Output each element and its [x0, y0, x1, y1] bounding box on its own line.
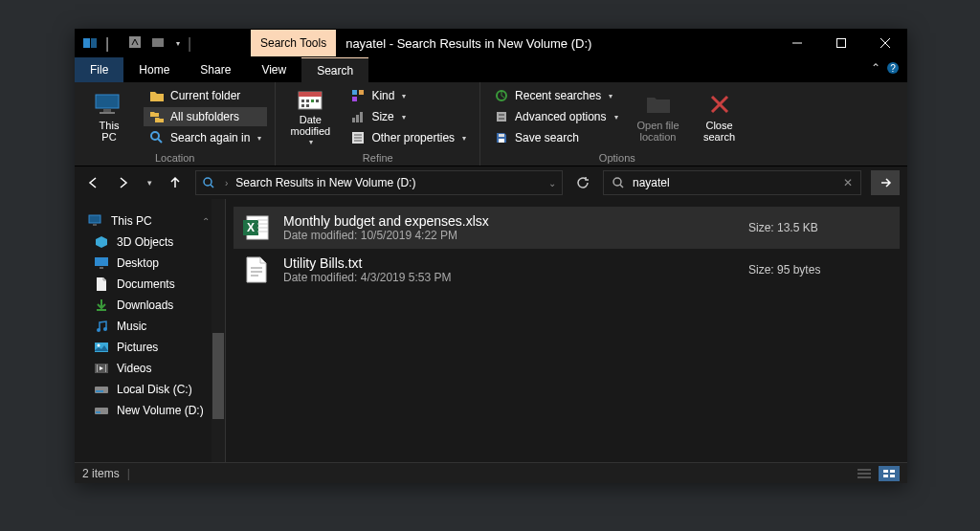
- tab-home[interactable]: Home: [123, 57, 185, 82]
- properties-icon[interactable]: [128, 35, 144, 51]
- document-icon: [94, 277, 109, 292]
- list-item[interactable]: X Monthly budget and expenses.xlsx Date …: [234, 207, 900, 249]
- close-icon: [704, 91, 735, 118]
- svg-text:X: X: [247, 221, 255, 234]
- list-item[interactable]: Utility Bills.txt Date modified: 4/3/201…: [234, 249, 900, 291]
- svg-point-41: [204, 178, 212, 186]
- all-subfolders-button[interactable]: All subfolders: [144, 107, 267, 126]
- text-file-icon: [241, 254, 272, 285]
- advanced-options-button[interactable]: Advanced options▾: [488, 107, 623, 126]
- svg-rect-74: [883, 470, 888, 473]
- this-pc-button[interactable]: This PC: [82, 86, 136, 147]
- sidebar-scrollbar[interactable]: [212, 199, 225, 462]
- sidebar-item-local-disk-c[interactable]: Local Disk (C:): [75, 379, 225, 400]
- up-button[interactable]: [165, 172, 186, 193]
- close-search-button[interactable]: Close search: [693, 86, 746, 147]
- svg-rect-48: [100, 267, 103, 269]
- svg-rect-22: [306, 104, 309, 107]
- folder-open-icon: [643, 91, 674, 118]
- other-properties-button[interactable]: Other properties▾: [345, 128, 472, 147]
- svg-rect-28: [360, 112, 363, 122]
- tab-share[interactable]: Share: [185, 57, 246, 82]
- forward-button[interactable]: [113, 172, 134, 193]
- date-modified-button[interactable]: Date modified▾: [283, 86, 337, 147]
- svg-rect-10: [96, 95, 119, 108]
- sidebar-item-music[interactable]: Music: [75, 316, 225, 337]
- chevron-up-icon[interactable]: ⌃: [202, 216, 210, 227]
- svg-line-42: [211, 185, 213, 188]
- chevron-down-icon[interactable]: ⌄: [548, 178, 556, 188]
- sidebar-item-desktop[interactable]: Desktop: [75, 253, 225, 274]
- computer-icon: [88, 213, 103, 229]
- details-view-button[interactable]: [854, 466, 875, 481]
- search-box[interactable]: ✕: [603, 170, 861, 195]
- clear-search-icon[interactable]: ✕: [843, 176, 853, 189]
- folder-icon: [149, 88, 165, 103]
- close-button[interactable]: [863, 29, 907, 57]
- sidebar-item-documents[interactable]: Documents: [75, 274, 225, 295]
- minimize-button[interactable]: [775, 29, 819, 57]
- tab-file[interactable]: File: [75, 57, 123, 82]
- computer-icon: [94, 91, 124, 118]
- back-button[interactable]: [82, 172, 103, 193]
- file-modified: Date modified: 4/3/2019 5:53 PM: [283, 271, 737, 284]
- recent-searches-button[interactable]: Recent searches▾: [488, 86, 623, 105]
- collapse-ribbon-icon[interactable]: ⌃: [871, 61, 880, 75]
- statusbar: 2 items|: [75, 462, 907, 483]
- video-icon: [94, 361, 109, 376]
- svg-point-13: [151, 132, 159, 140]
- tab-search[interactable]: Search: [301, 57, 368, 82]
- scrollbar-thumb[interactable]: [212, 333, 224, 419]
- sidebar-item-this-pc[interactable]: This PC ⌃: [75, 210, 225, 232]
- svg-rect-3: [152, 38, 164, 47]
- sidebar-item-downloads[interactable]: Downloads: [75, 295, 225, 316]
- download-icon: [94, 298, 109, 313]
- current-folder-button[interactable]: Current folder: [144, 86, 267, 105]
- sidebar-item-new-volume-d[interactable]: New Volume (D:): [75, 400, 225, 421]
- svg-rect-76: [883, 475, 888, 477]
- save-search-button[interactable]: Save search: [488, 128, 623, 147]
- sidebar-item-pictures[interactable]: Pictures: [75, 337, 225, 358]
- refresh-button[interactable]: [572, 172, 593, 193]
- maximize-button[interactable]: [819, 29, 863, 57]
- svg-rect-24: [359, 90, 364, 95]
- ribbon: This PC Current folder All subfolders Se…: [75, 82, 907, 166]
- svg-rect-38: [499, 134, 504, 137]
- kind-button[interactable]: Kind▾: [345, 86, 472, 105]
- svg-rect-19: [311, 100, 314, 102]
- menubar: File Home Share View Search ⌃ ?: [75, 57, 907, 82]
- titlebar: | ▾ | Search Tools nayatel - Search Resu…: [75, 29, 907, 57]
- search-input[interactable]: [633, 176, 835, 189]
- thumbnails-view-button[interactable]: [879, 466, 900, 481]
- svg-rect-56: [105, 365, 106, 372]
- sidebar-item-videos[interactable]: Videos: [75, 358, 225, 379]
- help-icon[interactable]: ?: [886, 61, 900, 75]
- search-go-button[interactable]: [871, 170, 900, 195]
- quick-access-toolbar: | ▾ |: [75, 35, 203, 51]
- qat-dropdown-icon[interactable]: ▾: [176, 39, 180, 48]
- properties-icon: [350, 130, 366, 145]
- context-tab-label[interactable]: Search Tools: [251, 30, 336, 56]
- file-name: Utility Bills.txt: [283, 255, 737, 271]
- history-dropdown-icon[interactable]: ▾: [144, 172, 155, 193]
- desktop-icon: [94, 255, 109, 271]
- ribbon-group-refine: Date modified▾ Kind▾ Size▾ Other propert…: [276, 82, 480, 166]
- chevron-right-icon[interactable]: ›: [225, 178, 228, 188]
- svg-point-43: [613, 178, 621, 186]
- size-button[interactable]: Size▾: [345, 107, 472, 126]
- svg-rect-47: [95, 257, 108, 266]
- sidebar-item-3d-objects[interactable]: 3D Objects: [75, 232, 225, 253]
- music-icon: [94, 319, 109, 334]
- open-file-location-button[interactable]: Open file location: [632, 86, 685, 147]
- search-again-in-button[interactable]: Search again in▾: [144, 128, 267, 147]
- new-folder-icon[interactable]: [151, 35, 167, 51]
- svg-rect-45: [89, 215, 100, 223]
- folder-tree-icon: [149, 109, 165, 124]
- app-icon: [82, 35, 98, 51]
- svg-rect-26: [352, 118, 355, 122]
- tab-view[interactable]: View: [246, 57, 301, 82]
- svg-rect-60: [96, 411, 100, 413]
- svg-rect-18: [306, 100, 309, 102]
- address-bar[interactable]: › Search Results in New Volume (D:) ⌄: [195, 170, 563, 195]
- window-controls: [775, 29, 907, 57]
